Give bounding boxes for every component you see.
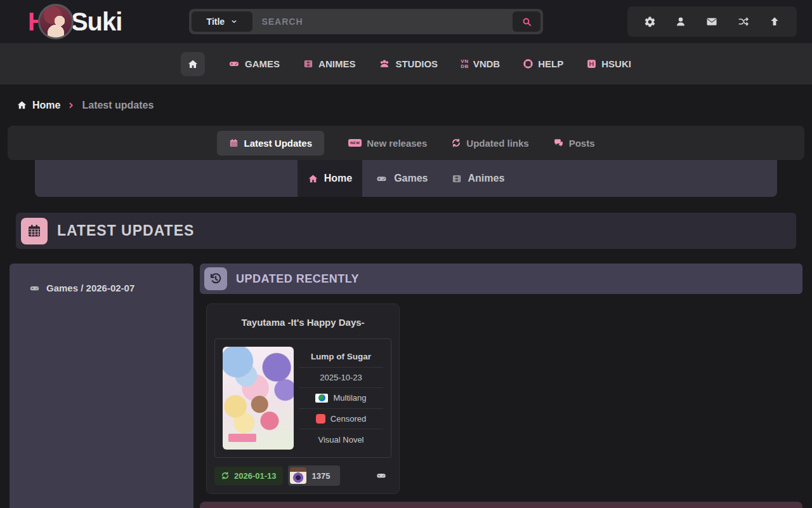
info-row-release-date: 2025-10-23 xyxy=(299,368,383,389)
tab-posts[interactable]: Posts xyxy=(553,138,595,149)
content-area: Games / 2026-02-07 UPDATED RECENTLY Tayu… xyxy=(10,264,802,508)
nav-item-hsuki[interactable]: HSUKI xyxy=(586,58,631,69)
tab-label: Posts xyxy=(569,138,595,149)
game-title: Tayutama -It's Happy Days- xyxy=(214,317,391,328)
tab-label: Latest Updates xyxy=(244,138,312,149)
sidebar-date-heading: Games / 2026-02-07 xyxy=(29,283,193,293)
h-square-icon xyxy=(586,58,597,69)
game-info: Lump of Sugar 2025-10-23 Multilang xyxy=(299,347,383,450)
tabs-bar: Latest Updates NEW New releases Updated … xyxy=(8,126,804,160)
game-card-footer: 2026-01-13 1375 xyxy=(214,465,391,486)
nav-item-vndb[interactable]: VN DB VNDB xyxy=(461,58,500,69)
breadcrumb-home-link[interactable]: Home xyxy=(16,100,60,111)
updated-date-badge: 2026-01-13 xyxy=(214,467,283,485)
next-section-header-edge xyxy=(200,502,802,508)
nav-label: GAMES xyxy=(245,58,280,69)
nav-label: VNDB xyxy=(473,58,501,69)
subtab-animes[interactable]: Animes xyxy=(441,160,515,197)
breadcrumb-current: Latest updates xyxy=(82,100,154,111)
updated-recently-header: UPDATED RECENTLY xyxy=(200,264,802,294)
multilang-flag-icon xyxy=(315,394,328,403)
censorship-label: Censored xyxy=(331,414,366,424)
subtab-home[interactable]: Home xyxy=(298,160,362,197)
top-header: H Suki Title xyxy=(0,0,812,43)
nav-item-help[interactable]: HELP xyxy=(523,58,563,69)
new-badge-icon: NEW xyxy=(348,139,362,147)
nav-label: HSUKI xyxy=(601,58,631,69)
sidebar-heading-label: Games / 2026-02-07 xyxy=(46,283,134,293)
main-navigation: GAMES ANIMES STUDIOS VN DB VNDB HELP xyxy=(0,43,812,84)
tab-label: New releases xyxy=(367,138,427,149)
nav-item-studios[interactable]: STUDIOS xyxy=(378,58,438,69)
views-badge: 1375 xyxy=(288,465,341,486)
release-date: 2025-10-23 xyxy=(320,373,362,382)
gamepad-icon xyxy=(228,58,240,69)
subtab-label: Games xyxy=(394,173,428,184)
nav-home-button[interactable] xyxy=(181,52,205,76)
censored-icon xyxy=(316,414,325,424)
subtab-label: Home xyxy=(324,173,352,184)
info-row-category: Visual Novel xyxy=(299,429,383,450)
logo-text-suki: Suki xyxy=(71,8,122,36)
breadcrumb: Home Latest updates xyxy=(0,84,812,126)
calendar-icon xyxy=(229,138,239,148)
nav-item-games[interactable]: GAMES xyxy=(228,58,280,69)
film-icon xyxy=(303,58,314,69)
language-label: Multilang xyxy=(333,393,366,403)
info-row-studio: Lump of Sugar xyxy=(299,347,383,368)
search-button[interactable] xyxy=(513,11,540,32)
home-icon xyxy=(187,58,199,70)
search-icon xyxy=(521,17,532,27)
calendar-icon xyxy=(21,218,48,244)
nav-label: ANIMES xyxy=(318,58,355,69)
page: H Suki Title xyxy=(0,0,812,508)
search-input[interactable] xyxy=(252,17,513,27)
header-quick-actions xyxy=(627,6,797,37)
game-cover-image xyxy=(223,347,294,450)
game-card-body: Lump of Sugar 2025-10-23 Multilang xyxy=(214,338,391,458)
upload-arrow-up-icon[interactable] xyxy=(769,16,780,27)
views-count: 1375 xyxy=(312,471,331,481)
cover-art-title-mark xyxy=(228,434,256,442)
vndb-icon: VN DB xyxy=(461,59,469,69)
film-icon xyxy=(451,173,462,184)
home-icon xyxy=(308,173,318,184)
tab-updated-links[interactable]: Updated links xyxy=(451,138,528,149)
chevron-down-icon xyxy=(230,18,238,25)
subtabs-bar: Home Games Animes xyxy=(35,160,777,197)
nav-item-animes[interactable]: ANIMES xyxy=(303,58,355,69)
sync-refresh-icon xyxy=(221,471,230,480)
breadcrumb-home-label: Home xyxy=(32,100,60,111)
life-ring-icon xyxy=(523,58,534,69)
user-account-icon[interactable] xyxy=(675,16,686,27)
gamepad-icon xyxy=(375,173,388,184)
search-category-select[interactable]: Title xyxy=(192,11,252,32)
info-row-censorship: Censored xyxy=(299,409,383,430)
messages-envelope-icon[interactable] xyxy=(705,16,718,27)
sidebar-panel: Games / 2026-02-07 xyxy=(10,264,193,508)
card-area: Tayutama -It's Happy Days- Lump of Sugar… xyxy=(200,294,802,502)
logo-avatar xyxy=(38,4,74,39)
globe-icon xyxy=(318,394,325,401)
tab-label: Updated links xyxy=(466,138,528,149)
views-thumbnail xyxy=(290,467,306,484)
gamepad-icon xyxy=(29,283,41,293)
page-header: LATEST UPDATES xyxy=(16,213,796,249)
site-logo[interactable]: H Suki xyxy=(28,4,122,39)
gamepad-icon[interactable] xyxy=(375,471,388,481)
section-title: UPDATED RECENTLY xyxy=(236,272,359,286)
settings-gear-icon[interactable] xyxy=(644,16,656,28)
sync-refresh-icon xyxy=(451,138,461,148)
info-row-language: Multilang xyxy=(299,388,383,409)
tab-latest-updates[interactable]: Latest Updates xyxy=(217,131,324,156)
game-card[interactable]: Tayutama -It's Happy Days- Lump of Sugar… xyxy=(206,304,400,494)
history-icon xyxy=(204,267,227,290)
nav-label: HELP xyxy=(538,58,563,69)
comments-icon xyxy=(553,138,564,148)
random-shuffle-icon[interactable] xyxy=(737,16,750,27)
users-icon xyxy=(378,58,391,69)
nav-label: STUDIOS xyxy=(395,58,438,69)
search-category-value: Title xyxy=(207,17,225,27)
subtab-games[interactable]: Games xyxy=(365,160,438,197)
tab-new-releases[interactable]: NEW New releases xyxy=(348,138,427,149)
